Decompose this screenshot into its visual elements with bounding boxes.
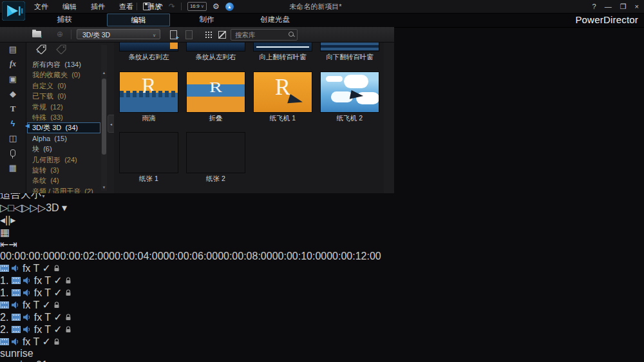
lock-icon[interactable] [65, 289, 71, 296]
splitter-handle-icon[interactable]: ◂||▸ [0, 214, 644, 226]
room-button[interactable]: ▤ [0, 42, 26, 57]
mode-tab[interactable]: 捕获 [33, 14, 95, 25]
library-thumbnails: 条纹从右到左 条纹从左到右 向上翻转百叶窗 向下翻转百叶窗 雨滴 [114, 42, 384, 193]
lock-icon[interactable] [65, 326, 71, 333]
track-row[interactable]: fx T ✓ [0, 299, 644, 311]
timeline-clip[interactable]: sunrise [0, 348, 211, 359]
transport-button[interactable]: ▷ [0, 202, 8, 213]
track-row[interactable]: 2. fx T ✓ [0, 311, 644, 323]
transport-button[interactable]: ▷ [22, 202, 30, 213]
track-enable-checkbox[interactable]: ✓ [53, 324, 62, 335]
help-button[interactable]: ? [592, 3, 596, 10]
transport-button[interactable]: 3D ▾ [46, 202, 67, 213]
category-dropdown[interactable]: 3D/类 3D ∨ [77, 29, 160, 39]
category-item[interactable]: 特殊 (33) [27, 112, 100, 122]
gear-icon[interactable]: ⚙ [213, 3, 220, 10]
menu-item[interactable]: 插件 [84, 0, 112, 13]
aspect-ratio-selector[interactable]: 16:9 ∨ [187, 2, 207, 11]
mode-tab[interactable]: 制作 [178, 14, 236, 25]
search-input[interactable] [234, 30, 287, 40]
grid-view-icon[interactable] [205, 31, 212, 38]
track-row[interactable]: fx T ✓ [0, 336, 644, 348]
track-row[interactable]: 1. fx T ✓ [0, 274, 644, 287]
room-button[interactable]: ▣ [0, 71, 26, 86]
room-button[interactable]: ◫ [0, 131, 26, 146]
lock-icon[interactable] [53, 301, 60, 309]
lock-icon[interactable] [65, 314, 71, 321]
category-item[interactable]: 3D/类 3D (34) [27, 122, 100, 133]
scroll-down-arrow-icon[interactable]: ▼ [101, 186, 107, 189]
mode-tabbar: 捕获编辑制作创建光盘 PowerDirector [0, 13, 644, 28]
import-media-icon[interactable] [32, 31, 41, 37]
scrollbar-thumb[interactable] [102, 79, 106, 155]
track-enable-checkbox[interactable]: ✓ [53, 275, 62, 286]
track-manager-button[interactable]: ▦ [0, 226, 644, 238]
category-item[interactable]: 音频 / 适用于音 (2) [27, 186, 100, 193]
brand-text: PowerDirector [575, 13, 638, 27]
track-enable-checkbox[interactable]: ✓ [53, 312, 62, 323]
category-item[interactable]: 自定义 (0) [27, 81, 100, 91]
title-track-icon: T [44, 324, 50, 335]
room-button[interactable]: ▦ [0, 160, 26, 175]
snap-marker-button[interactable]: ⇤⇥ [0, 238, 644, 251]
mode-tab[interactable]: 编辑 [107, 14, 170, 26]
room-button[interactable]: ϟ [0, 116, 26, 131]
track-row[interactable]: 2. fx T ✓ [0, 323, 644, 336]
transport-controls: ▷□◁▷▷▷3D ▾ [0, 202, 644, 214]
lock-icon[interactable] [65, 277, 71, 284]
menu-item[interactable]: 编辑 [55, 0, 84, 13]
active-room-pointer-icon: ◀ [25, 122, 30, 129]
scroll-up-arrow-icon[interactable]: ▲ [101, 71, 107, 75]
room-button[interactable]: T [0, 101, 26, 116]
transport-button[interactable]: ◁ [14, 202, 22, 213]
track-number: 1. [0, 287, 8, 298]
search-icon[interactable] [289, 32, 294, 37]
close-button[interactable]: × [635, 3, 639, 10]
thumbnail-size-icon[interactable] [218, 31, 226, 39]
timeline-clip[interactable]: sunrise 01 [0, 359, 129, 362]
track-row[interactable]: 1. fx T ✓ [0, 287, 644, 299]
category-label: 我的收藏夹 [32, 71, 68, 79]
track-row[interactable]: fx T ✓ [0, 262, 644, 274]
restore-button[interactable]: ❐ [620, 3, 627, 11]
category-item[interactable]: 旋转 (3) [27, 165, 100, 175]
category-item[interactable]: 我的收藏夹 (0) [27, 70, 100, 80]
track-enable-checkbox[interactable]: ✓ [53, 287, 62, 298]
audio-track-icon [12, 338, 19, 345]
room-icon: ▤ [9, 44, 17, 54]
menu-item[interactable]: 文件 [27, 0, 55, 13]
category-item[interactable]: Alpha (15) [27, 133, 100, 144]
lock-icon[interactable] [53, 265, 60, 272]
save-icon[interactable] [143, 3, 151, 10]
category-label: 几何图形 [32, 156, 61, 164]
room-button[interactable]: fx [0, 57, 26, 71]
category-item[interactable]: 块 (6) [27, 144, 100, 154]
category-item[interactable]: 条纹 (4) [27, 175, 100, 186]
ruler-labels: 00:00:00:0000:00:02:0000:00:04:0000:00:0… [0, 251, 644, 262]
category-scrollbar[interactable]: ▲ ▼ [101, 45, 107, 191]
category-count: (12) [50, 103, 63, 111]
new-item-icon[interactable] [170, 30, 177, 39]
lock-icon[interactable] [53, 338, 60, 345]
minimize-button[interactable]: — [605, 3, 612, 10]
room-icon: ϟ [11, 119, 15, 128]
transport-button[interactable]: □ [8, 202, 14, 213]
transition-thumbnail[interactable]: 纸张 2 [186, 132, 245, 184]
track-enable-checkbox[interactable]: ✓ [42, 336, 50, 347]
category-item[interactable]: 常规 (12) [27, 102, 100, 112]
transition-thumbnail[interactable]: 纸张 1 [119, 132, 178, 184]
room-button[interactable]: ◆ [0, 86, 26, 101]
mode-tab[interactable]: 创建光盘 [240, 14, 310, 25]
track-enable-checkbox[interactable]: ✓ [42, 300, 50, 310]
track-enable-checkbox[interactable]: ✓ [42, 263, 50, 274]
ruler-timecode: 00:00:04:00 [109, 251, 164, 262]
room-button[interactable] [0, 146, 26, 160]
add-tag-icon[interactable]: + [36, 44, 47, 54]
timeline-ruler[interactable]: 00:00:00:0000:00:02:0000:00:04:0000:00:0… [0, 251, 644, 262]
transport-button[interactable]: ▷▷ [30, 202, 46, 213]
upgrade-badge-icon[interactable]: ▲ [225, 3, 234, 11]
undo-icon[interactable]: ↶ [156, 3, 163, 10]
category-item[interactable]: 所有内容 (134) [27, 59, 100, 70]
category-item[interactable]: 几何图形 (24) [27, 155, 100, 165]
category-item[interactable]: 已下载 (0) [27, 91, 100, 101]
